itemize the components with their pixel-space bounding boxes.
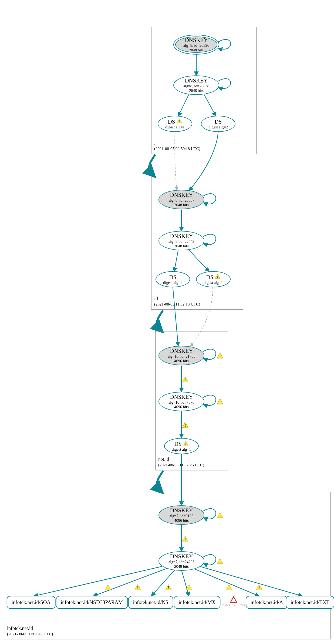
svg-text:!: ! <box>168 586 169 590</box>
error-icon[interactable] <box>230 596 237 603</box>
svg-text:!: ! <box>185 378 186 382</box>
ds-title: DS <box>168 118 175 125</box>
dnskey-sub2: 2048 bits <box>189 48 204 52</box>
rr-label: infotek.net.id/TXT <box>291 599 329 605</box>
dnskey-sub: alg=8, id=22449 <box>168 239 194 244</box>
ds-sub: digest alg=1 <box>165 125 184 130</box>
svg-text:!: ! <box>220 560 221 564</box>
dnskey-sub2: 2048 bits <box>174 244 189 248</box>
node-root-ksk[interactable]: DNSKEY alg=8, id=20326 2048 bits <box>173 35 219 55</box>
mx-error-label: infotek.net.id/MX <box>220 603 248 608</box>
node-leaf-zsk[interactable]: DNSKEY alg=7, id=24293 2048 bits <box>158 551 204 571</box>
dnskey-title: DNSKEY <box>185 37 208 43</box>
zone-id-name: id <box>154 296 200 302</box>
warning-icon: ! <box>183 441 188 447</box>
dnskey-sub2: 4096 bits <box>174 359 189 363</box>
dnskey-sub: alg=10, id=21768 <box>167 354 195 359</box>
svg-text:!: ! <box>179 119 180 123</box>
node-root-zsk[interactable]: DNSKEY alg=8, id=26838 2048 bits <box>173 75 219 95</box>
warning-icon[interactable]: ! <box>165 584 172 590</box>
warning-icon[interactable]: ! <box>256 584 262 590</box>
zone-leaf-name: infotek.net.id <box>7 626 53 632</box>
warning-icon[interactable]: ! <box>182 422 188 428</box>
svg-marker-6 <box>230 597 237 603</box>
node-id-zsk[interactable]: DNSKEY alg=8, id=22449 2048 bits <box>158 231 204 250</box>
svg-text:!: ! <box>185 537 186 541</box>
node-id-ds1[interactable]: DS ! digest alg=1 <box>196 271 231 287</box>
zone-leaf-ts: (2021-08-05 11:02:46 UTC) <box>7 632 53 636</box>
ds-sub: digest alg=2 <box>163 280 182 285</box>
warning-icon[interactable]: ! <box>226 584 232 590</box>
rr-soa[interactable]: infotek.net.id/SOA <box>7 596 56 609</box>
svg-text:!: ! <box>107 586 109 590</box>
warning-icon[interactable]: ! <box>186 584 192 590</box>
svg-text:!: ! <box>259 586 260 590</box>
dnskey-sub2: 4096 bits <box>174 518 189 523</box>
dnskey-sub2: 2048 bits <box>174 564 189 569</box>
warning-icon[interactable]: ! <box>217 558 223 564</box>
rr-a[interactable]: infotek.net.id/A <box>246 596 288 609</box>
ds-title: DS <box>206 274 214 280</box>
dnskey-sub2: 2048 bits <box>174 203 189 207</box>
warning-icon[interactable]: ! <box>217 512 223 518</box>
dnskey-sub: alg=8, id=26887 <box>168 198 194 203</box>
ds-sub: digest alg=1 <box>172 447 191 452</box>
dnskey-title: DNSKEY <box>170 394 193 400</box>
ds-sub: digest alg=1 <box>204 280 223 285</box>
warning-icon[interactable]: ! <box>182 376 188 382</box>
warning-icon[interactable]: ! <box>217 399 223 404</box>
warning-icon[interactable]: ! <box>105 584 111 590</box>
dnskey-sub2: 4096 bits <box>174 405 189 409</box>
rr-ns[interactable]: infotek.net.id/NS <box>128 596 173 609</box>
node-id-ksk[interactable]: DNSKEY alg=8, id=26887 2048 bits <box>158 190 204 209</box>
rr-txt[interactable]: infotek.net.id/TXT <box>286 596 334 609</box>
ds-title: DS <box>174 441 182 447</box>
svg-text:!: ! <box>188 586 190 590</box>
svg-text:!: ! <box>137 586 139 590</box>
node-leaf-ksk[interactable]: DNSKEY alg=7, id=9123 4096 bits <box>158 505 204 525</box>
zone-root-ts: (2021-08-05 09:50:18 UTC) <box>154 146 200 151</box>
dnskey-title: DNSKEY <box>170 348 193 354</box>
svg-text:!: ! <box>185 442 186 446</box>
dnskey-title: DNSKEY <box>170 192 193 198</box>
dnskey-title: DNSKEY <box>170 553 193 560</box>
warning-icon[interactable]: ! <box>182 536 188 542</box>
warning-icon: ! <box>177 118 182 125</box>
dnskey-sub: alg=8, id=20326 <box>183 43 209 48</box>
zone-netid-name: net.id <box>158 457 204 463</box>
svg-text:!: ! <box>185 424 186 428</box>
svg-text:!: ! <box>220 354 221 358</box>
dnskey-sub: alg=7, id=9123 <box>170 514 194 518</box>
rr-mx[interactable]: infotek.net.id/MX <box>174 596 220 609</box>
dnskey-sub2: 2048 bits <box>189 88 204 93</box>
svg-text:!: ! <box>228 586 230 590</box>
svg-text:!: ! <box>217 275 218 279</box>
rr-nsec3param[interactable]: infotek.net.id/NSEC3PARAM <box>56 596 128 609</box>
rr-label: infotek.net.id/A <box>251 599 283 605</box>
rr-label: infotek.net.id/SOA <box>12 599 51 605</box>
warning-icon[interactable]: ! <box>217 353 223 358</box>
dnskey-title: DNSKEY <box>170 233 193 239</box>
warning-icon: ! <box>215 274 220 280</box>
node-netid-zsk[interactable]: DNSKEY alg=10, id=7070 4096 bits <box>158 392 204 411</box>
ds-title: DS <box>215 118 222 125</box>
node-netid-ksk[interactable]: DNSKEY alg=10, id=21768 4096 bits <box>158 346 204 365</box>
dnskey-title: DNSKEY <box>170 507 193 514</box>
rr-label: infotek.net.id/MX <box>178 599 215 605</box>
rr-label: infotek.net.id/NSEC3PARAM <box>61 599 123 605</box>
svg-text:!: ! <box>220 514 221 518</box>
node-netid-ds1[interactable]: DS ! digest alg=1 <box>164 438 199 454</box>
node-id-ds2[interactable]: DS digest alg=2 <box>156 271 190 287</box>
dnskey-title: DNSKEY <box>185 77 208 84</box>
warning-icon[interactable]: ! <box>134 584 141 590</box>
dnskey-sub: alg=10, id=7070 <box>168 400 194 405</box>
node-root-ds1[interactable]: DS ! digest alg=1 <box>158 116 192 132</box>
dnsviz-graph: . (2021-08-05 09:50:18 UTC) id (2021-08-… <box>0 0 334 644</box>
ds-sub: digest alg=2 <box>208 125 228 130</box>
svg-text:!: ! <box>220 400 221 404</box>
zone-id-ts: (2021-08-05 11:02:13 UTC) <box>154 302 200 307</box>
dnskey-sub: alg=8, id=26838 <box>183 84 209 88</box>
rr-label: infotek.net.id/NS <box>133 599 168 605</box>
dnskey-sub: alg=7, id=24293 <box>168 560 194 564</box>
node-root-ds2[interactable]: DS digest alg=2 <box>201 116 235 132</box>
